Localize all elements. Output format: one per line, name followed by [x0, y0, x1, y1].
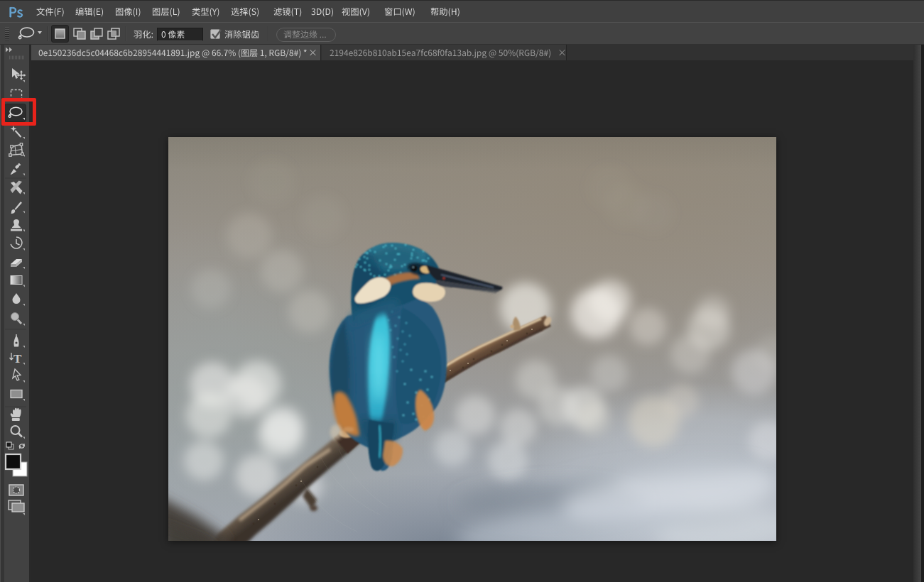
svg-text:T: T: [13, 352, 22, 366]
